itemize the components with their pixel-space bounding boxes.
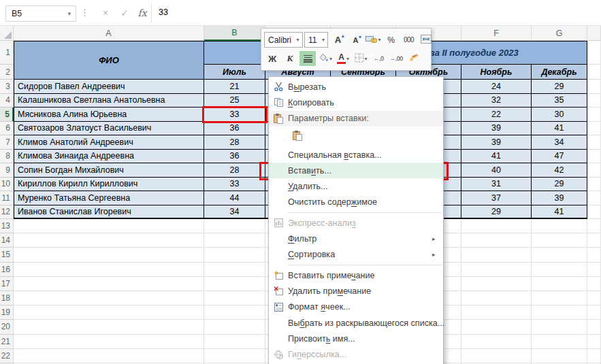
empty-cell[interactable] [461, 219, 532, 233]
empty-cell[interactable] [14, 291, 204, 305]
bold-button[interactable]: Ж [264, 51, 280, 66]
cell-b10[interactable]: 33 [204, 178, 265, 192]
empty-cell[interactable] [461, 248, 532, 262]
empty-cell[interactable] [587, 122, 601, 136]
empty-cell[interactable] [14, 248, 204, 262]
align-center-button[interactable] [299, 51, 316, 66]
row-header-1[interactable]: 1 [0, 41, 14, 65]
cell-g10[interactable]: 29 [532, 178, 587, 192]
column-header-a[interactable]: A [14, 26, 204, 41]
name-box-dropdown-icon[interactable]: ▾ [63, 10, 76, 17]
row-header-19[interactable]: 19 [0, 305, 14, 320]
empty-cell[interactable] [14, 219, 204, 233]
cell-b6[interactable]: 36 [204, 122, 265, 136]
empty-cell[interactable] [587, 263, 601, 277]
table-header-fio[interactable]: ФИО [14, 41, 204, 80]
cell-f4[interactable]: 32 [461, 94, 532, 108]
insert-function-button[interactable]: fx [133, 5, 151, 21]
empty-cell[interactable] [587, 205, 601, 220]
empty-cell[interactable] [14, 263, 204, 277]
cell-g4[interactable]: 35 [532, 94, 587, 108]
menu-item-copy[interactable]: Копировать [269, 95, 443, 110]
menu-item-define-name[interactable]: Присвоить имя... [269, 331, 443, 346]
cell-f3[interactable]: 24 [461, 80, 532, 94]
grow-font-button[interactable]: A▲ [329, 33, 346, 48]
empty-cell[interactable] [532, 320, 587, 334]
percent-style-button[interactable]: % [383, 33, 399, 48]
font-size-combo[interactable]: 11 ▾ [304, 32, 328, 48]
cell-g5[interactable]: 30 [532, 107, 587, 122]
empty-cell[interactable] [532, 219, 587, 233]
empty-cell[interactable] [204, 219, 265, 233]
empty-cell[interactable] [587, 41, 601, 65]
row-header-9[interactable]: 9 [0, 163, 14, 178]
row-header-7[interactable]: 7 [0, 135, 14, 150]
table-row-name[interactable]: Кириллов Кирилл Кириллович [14, 178, 204, 192]
row-header-12[interactable]: 12 [0, 205, 14, 220]
cell-g12[interactable]: 41 [532, 205, 587, 220]
formula-bar-drag-handle-icon[interactable]: ⋮ [80, 4, 87, 22]
decrease-decimal-button[interactable]: ←←,0,0 [370, 51, 387, 66]
comma-style-button[interactable]: 000 [400, 33, 417, 48]
cell-f9[interactable]: 40 [461, 163, 532, 178]
empty-cell[interactable] [14, 320, 204, 334]
menu-item-delete-comment[interactable]: Удалить примечание [269, 283, 443, 299]
row-header-22[interactable]: 22 [0, 349, 14, 363]
empty-cell[interactable] [532, 305, 587, 320]
paste-option-button[interactable] [288, 127, 307, 146]
row-header-5[interactable]: 5 [0, 107, 14, 122]
table-row-name[interactable]: Сидоров Павел Андреевич [14, 80, 204, 94]
format-painter-button[interactable] [406, 51, 422, 66]
empty-cell[interactable] [587, 335, 601, 349]
empty-cell[interactable] [532, 291, 587, 305]
menu-item-pick-from-list[interactable]: Выбрать из раскрывающегося списка... [269, 315, 443, 331]
empty-cell[interactable] [14, 233, 204, 248]
empty-cell[interactable] [532, 263, 587, 277]
cell-f8[interactable]: 41 [461, 150, 532, 164]
font-color-button[interactable]: А ▾ [335, 51, 351, 66]
menu-item-clear-contents[interactable]: Очистить содержимое [269, 195, 443, 210]
month-header-g[interactable]: Декабрь [532, 65, 587, 80]
cell-b9[interactable]: 28 [204, 163, 265, 178]
row-header-8[interactable]: 8 [0, 150, 14, 164]
empty-cell[interactable] [461, 335, 532, 349]
empty-cell[interactable] [532, 335, 587, 349]
row-header-21[interactable]: 21 [0, 335, 14, 349]
empty-cell[interactable] [204, 248, 265, 262]
menu-item-paste-special[interactable]: Специальная вставка... [269, 147, 443, 163]
empty-cell[interactable] [204, 277, 265, 291]
row-header-3[interactable]: 3 [0, 80, 14, 94]
empty-cell[interactable] [587, 277, 601, 291]
table-row-name[interactable]: Муренко Татьяна Сергеевна [14, 191, 204, 205]
menu-item-format-cells[interactable]: Формат ячеек... [269, 299, 443, 315]
cell-g9[interactable]: 42 [532, 163, 587, 178]
month-header-f[interactable]: Ноябрь [461, 65, 532, 80]
empty-cell[interactable] [532, 349, 587, 363]
cell-f10[interactable]: 31 [461, 178, 532, 192]
table-row-name[interactable]: Иванов Станислав Игоревич [14, 205, 204, 220]
row-header-4[interactable]: 4 [0, 94, 14, 108]
column-header-partial[interactable] [587, 26, 601, 41]
empty-cell[interactable] [461, 291, 532, 305]
enter-button[interactable]: ✓ [116, 5, 133, 21]
merge-center-button[interactable] [418, 33, 434, 48]
font-size-dropdown-icon[interactable]: ▾ [319, 37, 327, 43]
cell-f11[interactable]: 37 [461, 191, 532, 205]
cell-g3[interactable]: 29 [532, 80, 587, 94]
empty-cell[interactable] [461, 320, 532, 334]
menu-item-insert-comment[interactable]: Вставить примечание [269, 267, 443, 283]
cell-f5[interactable]: 22 [461, 107, 532, 122]
cell-g11[interactable]: 39 [532, 191, 587, 205]
empty-cell[interactable] [461, 305, 532, 320]
shrink-font-button[interactable]: A▼ [347, 33, 363, 48]
empty-cell[interactable] [587, 163, 601, 178]
empty-cell[interactable] [587, 65, 601, 80]
cell-f12[interactable]: 29 [461, 205, 532, 220]
empty-cell[interactable] [587, 291, 601, 305]
font-name-combo[interactable]: Calibri ▾ [264, 32, 303, 48]
empty-cell[interactable] [587, 191, 601, 205]
table-row-name[interactable]: Калашникова Светлана Анатольевна [14, 94, 204, 108]
empty-cell[interactable] [532, 233, 587, 248]
empty-cell[interactable] [461, 349, 532, 363]
row-header-15[interactable]: 15 [0, 248, 14, 262]
